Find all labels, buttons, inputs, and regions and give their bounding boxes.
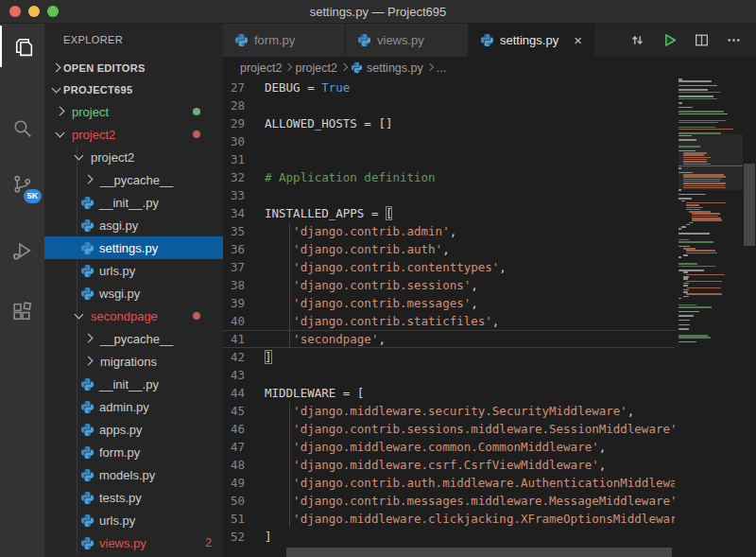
tab-form.py[interactable]: form.py (223, 24, 346, 57)
line-number: 33 (223, 186, 265, 204)
run-and-debug-icon[interactable] (0, 230, 44, 271)
minimap-line (679, 287, 743, 289)
python-icon (480, 33, 494, 47)
code-editor[interactable]: 27DEBUG = True2829ALLOWED_HOSTS = []3031… (223, 78, 756, 557)
code-line-39[interactable]: 39 'django.contrib.messages', (223, 294, 675, 312)
chevron-right-icon (337, 62, 351, 74)
minimap-line (679, 218, 743, 219)
code-line-49[interactable]: 49 'django.contrib.auth.middleware.Authe… (223, 474, 675, 492)
minimap-line (679, 268, 743, 270)
code-line-36[interactable]: 36 'django.contrib.auth', (223, 240, 675, 258)
tree-file-urls.py[interactable]: urls.py (44, 509, 223, 531)
tree-file-admin.py[interactable]: admin.py (44, 395, 223, 418)
open-changes-icon[interactable] (624, 27, 650, 54)
tree-file-__init__.py[interactable]: __init__.py (44, 191, 223, 214)
python-icon (80, 468, 94, 482)
tree-file-tests.py[interactable]: tests.py (44, 486, 223, 509)
python-icon (80, 218, 94, 233)
code-line-48[interactable]: 48 'django.middleware.csrf.CsrfViewMiddl… (223, 456, 675, 474)
minimap[interactable] (679, 78, 743, 557)
breadcrumb-item[interactable]: project2 (295, 61, 336, 75)
code-line-43[interactable]: 43 (223, 366, 675, 384)
line-number: 35 (223, 222, 265, 240)
code-line-27[interactable]: 27DEBUG = True (223, 78, 675, 96)
minimap-line (679, 219, 743, 221)
minimap-line (679, 254, 743, 256)
code-line-47[interactable]: 47 'django.middleware.common.CommonMiddl… (223, 438, 675, 456)
search-icon[interactable] (0, 107, 44, 148)
code-line-52[interactable]: 52] (223, 528, 675, 546)
tree-file-wsgi.py[interactable]: wsgi.py (44, 282, 223, 305)
tree-item-label: project (72, 105, 109, 119)
tree-file-form.py[interactable]: form.py (44, 441, 223, 463)
code-line-40[interactable]: 40 'django.contrib.staticfiles', (223, 312, 675, 330)
horizontal-scrollbar[interactable] (223, 548, 743, 557)
line-text: ] (265, 348, 675, 366)
breadcrumb-item[interactable]: ... (437, 61, 446, 75)
code-line-38[interactable]: 38 'django.contrib.sessions', (223, 276, 675, 294)
tree-folder-__pycache__[interactable]: __pycache__ (44, 327, 223, 350)
more-actions-icon[interactable] (720, 27, 747, 54)
code-line-51[interactable]: 51 'django.middleware.clickjacking.XFram… (223, 510, 675, 528)
source-control-icon[interactable]: 5K (0, 164, 44, 205)
code-line-33[interactable]: 33 (223, 186, 675, 204)
minimap-line (679, 187, 743, 189)
minimap-line (679, 333, 743, 335)
tree-file-models.py[interactable]: models.py (44, 463, 223, 486)
minimap-line (679, 270, 743, 271)
project695-section[interactable]: PROJECT695 (44, 78, 223, 100)
tab-bar: form.py views.py settings.py× (223, 24, 756, 57)
code-line-37[interactable]: 37 'django.contrib.contenttypes', (223, 258, 675, 276)
minimap-line (679, 313, 743, 315)
vertical-scrollbar-thumb[interactable] (744, 164, 755, 246)
tree-item-label: apps.py (99, 423, 143, 437)
breadcrumb-item[interactable]: project2 (240, 61, 282, 75)
tree-folder-__pycache__[interactable]: __pycache__ (44, 168, 223, 191)
code-line-35[interactable]: 35 'django.contrib.admin', (223, 222, 675, 240)
split-editor-icon[interactable] (688, 27, 714, 54)
breadcrumb-item[interactable]: settings.py (351, 61, 423, 75)
code-line-29[interactable]: 29ALLOWED_HOSTS = [] (223, 114, 675, 132)
code-line-28[interactable]: 28 (223, 96, 675, 114)
code-line-45[interactable]: 45 'django.middleware.security.SecurityM… (223, 402, 675, 420)
tree-item-label: admin.py (99, 400, 149, 414)
python-icon (80, 513, 94, 528)
source-control-badge: 5K (24, 189, 42, 203)
tree-file-apps.py[interactable]: apps.py (44, 418, 223, 441)
code-line-31[interactable]: 31 (223, 150, 675, 168)
extensions-icon[interactable] (0, 291, 44, 333)
tree-folder-migrations[interactable]: migrations (44, 350, 223, 373)
python-icon (80, 287, 94, 301)
vertical-scrollbar[interactable] (743, 78, 756, 557)
tree-file-asgi.py[interactable]: asgi.py (44, 214, 223, 236)
tree-item-label: form.py (99, 445, 140, 460)
tab-views.py[interactable]: views.py (346, 24, 469, 57)
tree-item-label: settings.py (99, 241, 158, 255)
code-line-42[interactable]: 42] (223, 348, 675, 366)
tree-folder-project2[interactable]: project2 (44, 123, 223, 146)
code-line-32[interactable]: 32# Application definition (223, 168, 675, 186)
tree-folder-project[interactable]: project (44, 100, 223, 123)
minimap-line (679, 179, 743, 181)
code-line-46[interactable]: 46 'django.contrib.sessions.middleware.S… (223, 420, 675, 438)
run-python-file-icon[interactable] (656, 27, 682, 54)
tree-folder-secondpage[interactable]: secondpage (44, 305, 223, 327)
code-line-44[interactable]: 44MIDDLEWARE = [ (223, 384, 675, 402)
code-line-50[interactable]: 50 'django.contrib.messages.middleware.M… (223, 492, 675, 510)
tab-settings.py[interactable]: settings.py× (469, 24, 594, 57)
tree-file-__init__.py[interactable]: __init__.py (44, 373, 223, 395)
horizontal-scrollbar-thumb[interactable] (286, 548, 672, 557)
code-line-41[interactable]: 41 'secondpage', (223, 330, 675, 348)
close-icon[interactable]: × (574, 33, 582, 47)
explorer-icon[interactable] (0, 26, 44, 67)
tree-item-label: tests.py (99, 491, 142, 505)
tree-file-urls.py[interactable]: urls.py (44, 259, 223, 282)
open-editors-section[interactable]: OPEN EDITORS (44, 57, 223, 78)
tree-file-views.py[interactable]: views.py2 (44, 531, 223, 554)
tree-item-label: models.py (99, 468, 155, 482)
tree-folder-project2[interactable]: project2 (44, 146, 223, 168)
tree-file-settings.py[interactable]: settings.py (44, 236, 223, 259)
code-line-30[interactable]: 30 (223, 132, 675, 150)
code-line-34[interactable]: 34INSTALLED_APPS = [ (223, 204, 675, 222)
minimap-line (679, 189, 743, 191)
